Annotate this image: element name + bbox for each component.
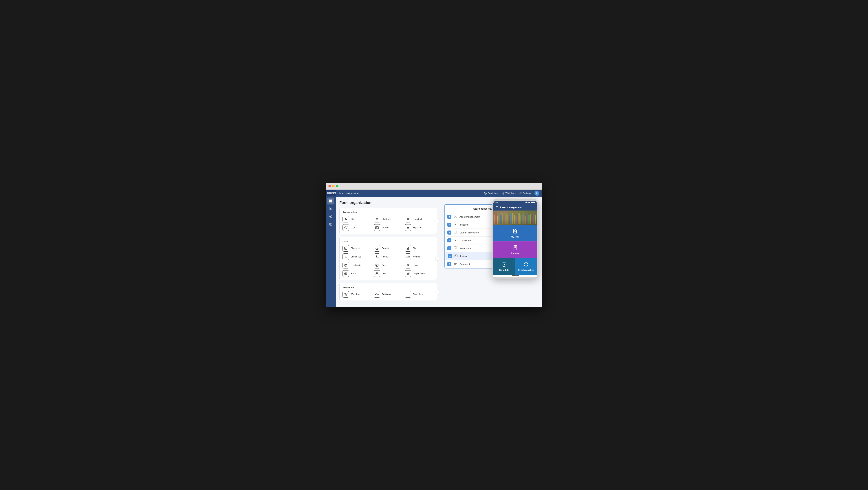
my-files-label: My files (511, 236, 519, 238)
duration-label: Duration (382, 247, 390, 250)
long-text-label: Long text (413, 218, 422, 220)
mobile-hero-image (493, 211, 537, 225)
workflow-label: Workflow (350, 293, 360, 296)
svg-rect-48 (376, 265, 377, 266)
file-icon (405, 245, 411, 252)
mobile-header-title: Asset management (500, 206, 522, 209)
settings-label: Settings (523, 192, 531, 194)
user-label: User (382, 272, 386, 275)
item-duration[interactable]: Duration (374, 245, 403, 252)
row-icon-1: A (454, 215, 457, 218)
mobile-screen: 9:41 (493, 201, 537, 277)
row-label-2: Inspector (460, 223, 469, 226)
sidebar-item-forms[interactable] (327, 221, 334, 227)
app-container: Daxium A+ (326, 190, 542, 307)
row-num-1: 1 (447, 215, 452, 219)
sidebar-item-grid[interactable] (327, 197, 334, 205)
svg-rect-77 (526, 202, 527, 203)
item-user[interactable]: User (374, 270, 403, 277)
mobile-status-bar: 9:41 (493, 201, 537, 204)
item-long-text[interactable]: Long text (405, 216, 434, 222)
svg-rect-17 (503, 192, 504, 193)
svg-line-20 (503, 193, 504, 194)
my-files-tile[interactable]: My files (493, 225, 537, 241)
item-localization[interactable]: Localization (342, 262, 372, 269)
row-icon-4 (454, 239, 457, 242)
item-conditions[interactable]: ! Conditions (405, 291, 434, 298)
svg-rect-34 (344, 247, 347, 250)
sidebar-item-analytics[interactable] (327, 213, 334, 220)
row-icon-6 (454, 254, 458, 258)
item-choice-list[interactable]: Choice list (342, 253, 372, 260)
item-relations[interactable]: Relations (374, 291, 403, 298)
settings-action[interactable]: Settings (519, 192, 531, 194)
minimize-button[interactable] (332, 185, 335, 187)
row-icon-5 (454, 246, 457, 250)
svg-rect-67 (454, 247, 457, 249)
conditions-form-icon: ! (405, 291, 411, 298)
localization-icon (342, 262, 349, 269)
item-date[interactable]: Date (374, 262, 403, 269)
item-dropdown[interactable]: Dropdown list (405, 270, 434, 277)
row-icon-3 (454, 231, 457, 234)
item-short-text[interactable]: Short text (374, 216, 403, 222)
presentation-section: Presentation A Title (339, 208, 437, 234)
links-label: Links (413, 264, 418, 267)
checkbox-label: Checkbox (350, 247, 360, 250)
workflows-action[interactable]: Workflows (502, 192, 516, 194)
email-label: Email (350, 272, 356, 275)
user-avatar[interactable] (534, 191, 539, 196)
mobile-home-indicator (493, 275, 537, 277)
presentation-expand[interactable]: › (435, 219, 439, 223)
svg-point-85 (514, 230, 515, 231)
item-logo[interactable]: Logo (342, 224, 372, 231)
data-section: Data Checkbox (339, 237, 437, 280)
row-label-6: Picture (460, 255, 467, 258)
presentation-title: Presentation (342, 211, 434, 214)
dropdown-icon (405, 270, 411, 277)
reports-tile[interactable]: Reports (493, 241, 537, 258)
close-button[interactable] (329, 185, 331, 187)
item-picture[interactable]: Picture (374, 224, 403, 231)
svg-point-50 (376, 273, 377, 274)
signature-label: Signature (413, 226, 422, 229)
choice-list-icon (342, 253, 349, 260)
row-label-5: Asset data (460, 247, 471, 250)
logo-label: Logo (350, 226, 355, 229)
mobile-time: 9:41 (495, 201, 499, 204)
maximize-button[interactable] (336, 185, 338, 187)
long-text-icon (405, 216, 411, 222)
mobile-frame: 9:41 (492, 199, 538, 279)
sidebar: Daxium A+ (326, 190, 336, 307)
logo-icon (342, 224, 349, 231)
item-phone[interactable]: Phone (374, 253, 403, 260)
svg-point-38 (345, 257, 345, 258)
user-icon (374, 270, 380, 277)
conditions-action[interactable]: ! Conditions (484, 192, 498, 194)
svg-rect-75 (525, 202, 526, 203)
sidebar-item-chart[interactable] (327, 205, 334, 212)
svg-point-61 (455, 223, 456, 224)
synchronization-tile[interactable]: Synchronization (515, 258, 537, 275)
schedule-tile[interactable]: Schedule (493, 258, 515, 275)
data-expand[interactable]: › (435, 256, 439, 261)
svg-rect-74 (524, 203, 525, 203)
item-title[interactable]: A Title (342, 216, 372, 222)
mobile-preview-wrapper: 9:41 (492, 199, 538, 279)
advanced-expand[interactable]: › (435, 290, 439, 294)
page-title: Form organization (339, 201, 437, 205)
links-icon (405, 262, 411, 269)
item-checkbox[interactable]: Checkbox (342, 245, 372, 252)
item-file[interactable]: File (405, 245, 434, 252)
advanced-section-wrapper: Advanced (339, 283, 437, 301)
main-content: Form configuration ! Conditions (336, 190, 542, 307)
item-signature[interactable]: Signature (405, 224, 434, 231)
item-email[interactable]: Email (342, 270, 372, 277)
row-label-4: Localization (460, 239, 472, 242)
reports-label: Reports (511, 252, 519, 255)
right-panel: Store asset management 1 A Asset managem… (441, 197, 542, 307)
item-number[interactable]: 123 Nomber (405, 253, 434, 260)
item-workflow[interactable]: Workflow (342, 291, 372, 298)
svg-rect-0 (329, 200, 331, 201)
item-links[interactable]: Links (405, 262, 434, 269)
